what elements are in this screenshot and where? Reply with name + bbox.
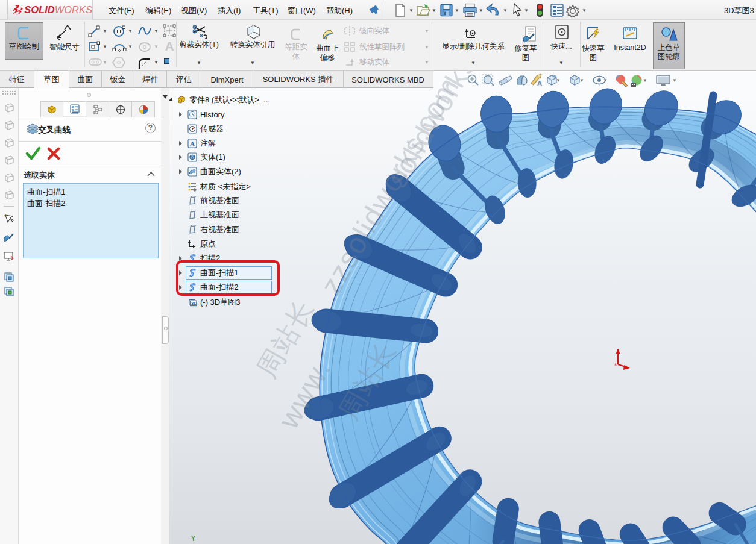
svg-text:Y: Y xyxy=(191,535,195,543)
svg-text:A: A xyxy=(537,80,542,87)
svg-text:3D: 3D xyxy=(191,301,197,306)
svg-text:A: A xyxy=(190,140,195,147)
svg-text:*: * xyxy=(614,362,617,369)
